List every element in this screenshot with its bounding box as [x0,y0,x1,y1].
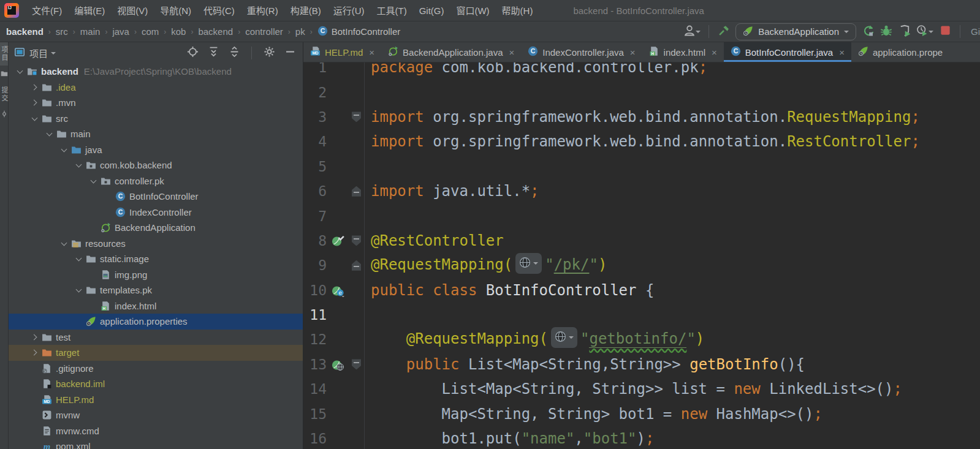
url-inlay-chip[interactable] [551,327,577,348]
line-number[interactable]: 12 [303,331,327,347]
menu-item[interactable]: 运行(U) [327,0,371,21]
tree-item-java[interactable]: java [9,142,303,158]
tree-closed-arrow-icon[interactable] [30,347,40,358]
build-hammer-button[interactable] [717,25,731,39]
menu-item[interactable]: 帮助(H) [496,0,539,21]
tree-item-static.image[interactable]: static.image [9,251,303,267]
profiler-button[interactable] [916,25,933,39]
expand-all-button[interactable] [207,46,220,61]
tree-item-.gitignore[interactable]: .gitignore [9,361,303,377]
breadcrumb-item[interactable]: main [80,26,101,37]
tree-closed-arrow-icon[interactable] [30,332,40,342]
menu-item[interactable]: 视图(V) [111,0,154,21]
url-inlay-chip[interactable] [515,253,542,274]
breadcrumb-item[interactable]: backend [6,26,44,37]
menu-item[interactable]: 工具(T) [370,0,412,21]
tree-item-pom.xml[interactable]: mpom.xml [9,439,303,449]
breadcrumb-item[interactable]: controller [245,26,283,37]
menu-item[interactable]: 构建(B) [284,0,327,21]
line-number[interactable]: 4 [303,134,327,149]
fold-down-icon[interactable] [352,359,361,369]
line-number[interactable]: 5 [303,159,327,175]
breadcrumb-leaf[interactable]: CBotInfoController [317,26,401,38]
line-number[interactable]: 9 [303,257,327,273]
tree-item-com.kob.backend[interactable]: com.kob.backend [9,157,303,173]
breadcrumb-item[interactable]: backend [198,26,233,37]
tree-item-index.html[interactable]: Hindex.html [9,298,303,314]
tree-item-HELP.md[interactable]: MDHELP.md [9,392,303,408]
editor-tab-BackendApplication.java[interactable]: BackendApplication.java× [381,42,521,62]
tree-item-.idea[interactable]: .idea [9,80,303,96]
tree-item-templates.pk[interactable]: templates.pk [9,282,303,298]
coverage-button[interactable] [898,25,911,39]
editor-tab-HELP.md[interactable]: MDHELP.md× [303,42,381,62]
fold-marker[interactable] [349,186,364,197]
tree-item-img.png[interactable]: img.png [9,267,303,283]
tab-close-icon[interactable]: × [630,47,636,58]
line-number[interactable]: 14 [303,381,327,397]
breadcrumb-item[interactable]: kob [171,26,186,37]
tree-open-arrow-icon[interactable] [74,285,85,295]
tree-item-backend.iml[interactable]: backend.iml [9,376,303,392]
menu-item[interactable]: 编辑(E) [68,0,111,21]
git-widget[interactable]: Gi [968,26,980,37]
menu-item[interactable]: 重构(R) [241,0,284,21]
tree-item-.mvn[interactable]: .mvn [9,95,303,111]
spring-e-gutter-icon[interactable]: e [327,284,349,297]
fold-up-icon[interactable] [352,186,361,197]
tree-item-test[interactable]: test [9,330,303,345]
fold-up-icon[interactable] [352,260,361,271]
tree-item-main[interactable]: main [9,126,303,142]
line-number[interactable]: 16 [303,431,327,447]
tab-close-icon[interactable]: × [509,47,514,58]
spring-globe-gutter-icon[interactable] [327,358,349,371]
fold-marker[interactable] [349,359,364,369]
line-number[interactable]: 2 [303,85,327,100]
breadcrumb-item[interactable]: com [142,26,159,37]
editor-tab-IndexController.java[interactable]: CIndexController.java× [521,42,642,62]
tool-strip-button[interactable]: 项目 [0,42,8,66]
editor-tab-index.html[interactable]: Hindex.html× [642,42,724,62]
menu-item[interactable]: 文件(F) [26,0,68,21]
user-account-icon[interactable] [683,25,701,39]
collapse-all-button[interactable] [227,46,241,61]
fold-marker[interactable] [349,111,364,122]
tree-closed-arrow-icon[interactable] [30,82,40,92]
tree-item-backend[interactable]: backendE:\JavaProject\Spring\KOB\backend [9,64,303,80]
menu-item[interactable]: 代码(C) [197,0,241,21]
tree-closed-arrow-icon[interactable] [30,97,40,108]
line-number[interactable]: 3 [303,109,327,125]
breadcrumb-item[interactable]: src [56,26,68,37]
fold-down-icon[interactable] [352,235,361,246]
tree-open-arrow-icon[interactable] [74,160,85,170]
tree-item-src[interactable]: src [9,111,303,127]
tab-close-icon[interactable]: × [712,47,717,58]
line-number[interactable]: 13 [303,357,327,372]
run-button[interactable] [861,25,875,39]
tree-open-arrow-icon[interactable] [59,238,70,249]
editor-tab-application.prope[interactable]: application.prope [851,42,949,62]
tree-item-resources[interactable]: resources [9,236,303,252]
stop-button[interactable] [938,25,952,39]
hide-panel-button[interactable] [283,46,297,61]
tree-open-arrow-icon[interactable] [45,129,55,139]
tree-item-mvnw.cmd[interactable]: mvnw.cmd [9,423,303,439]
line-number[interactable]: 15 [303,406,327,422]
line-number[interactable]: 7 [303,208,327,224]
settings-gear-button[interactable] [262,46,276,61]
fold-marker[interactable] [349,235,364,246]
tree-item-BackendApplication[interactable]: BackendApplication [9,220,303,236]
tree-item-application.properties[interactable]: application.properties [9,314,303,330]
debug-button[interactable] [879,25,893,39]
tree-item-mvnw[interactable]: mvnw [9,407,303,423]
menu-item[interactable]: Git(G) [413,0,450,21]
tree-open-arrow-icon[interactable] [15,66,26,77]
project-panel-title[interactable]: 项目 [29,47,48,59]
tree-open-arrow-icon[interactable] [30,113,40,124]
line-number[interactable]: 8 [303,233,327,249]
menu-item[interactable]: 窗口(W) [450,0,495,21]
breadcrumb-item[interactable]: java [112,26,129,37]
locate-file-button[interactable] [186,46,199,61]
menu-item[interactable]: 导航(N) [154,0,197,21]
tree-item-IndexController[interactable]: CIndexController [9,205,303,221]
